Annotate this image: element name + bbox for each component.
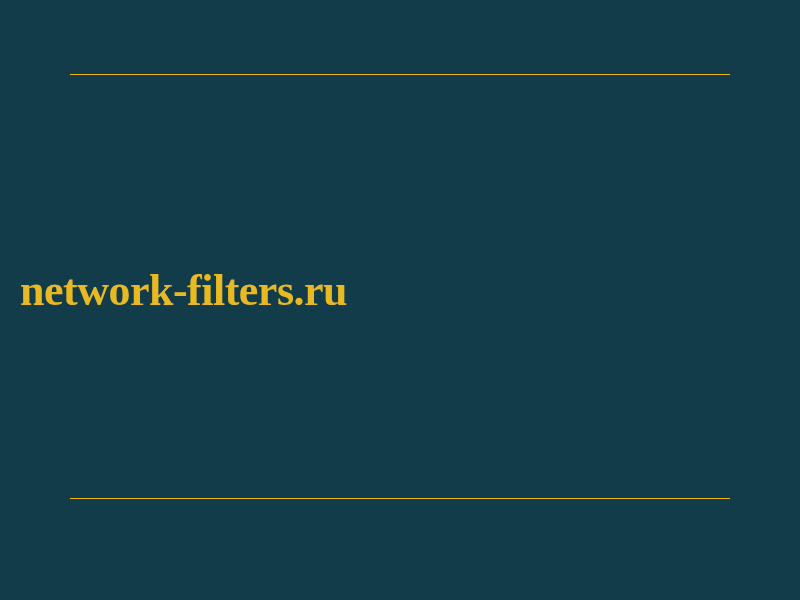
domain-heading: network-filters.ru <box>20 265 347 316</box>
bottom-divider <box>70 498 730 499</box>
top-divider <box>70 74 730 75</box>
